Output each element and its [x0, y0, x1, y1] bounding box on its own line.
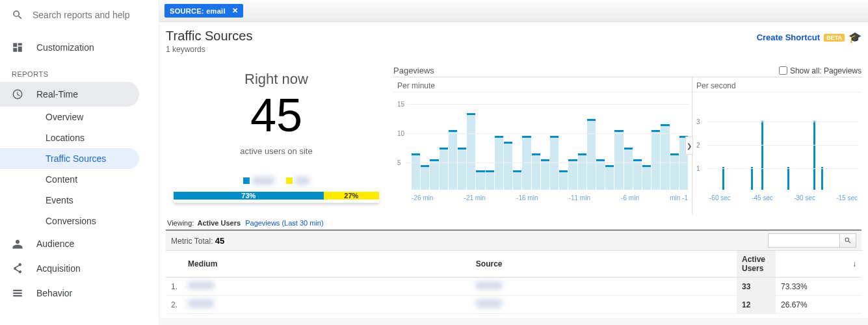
segment-blue: 73% [174, 192, 324, 200]
viewing-label: Viewing: [167, 219, 194, 227]
filter-chip[interactable]: SOURCE: email ✕ [164, 4, 243, 18]
list-icon [12, 287, 23, 299]
right-now-value: 45 [166, 92, 387, 138]
col-source[interactable]: Source [471, 251, 737, 278]
col-medium[interactable]: Medium [183, 251, 471, 278]
pageviews-block: Pageviews Show all: Pageviews Per minute… [387, 66, 861, 214]
search-icon [12, 9, 23, 21]
nav-label: Real-Time [36, 89, 78, 99]
sidebar: Customization REPORTS Real-Time Overview… [0, 0, 159, 325]
page-title: Traffic Sources [166, 29, 252, 44]
main: SOURCE: email ✕ Traffic Sources 1 keywor… [159, 0, 868, 325]
table-row[interactable]: 1.3373.33% [166, 278, 861, 296]
metric-total-value: 45 [215, 236, 224, 246]
per-second-label: Per second [692, 77, 861, 92]
nav-label: Audience [36, 239, 74, 249]
viewing-row: Viewing: Active Users Pageviews (Last 30… [166, 214, 861, 229]
share-icon [12, 263, 23, 274]
person-icon [12, 238, 23, 250]
viewing-link[interactable]: Pageviews (Last 30 min) [245, 219, 323, 227]
search-row [0, 0, 159, 30]
nav-label: Behavior [36, 288, 72, 298]
segment-bar: 73% 27% [174, 188, 379, 203]
nav-sub-locations[interactable]: Locations [0, 127, 139, 148]
nav-sub-traffic-sources[interactable]: Traffic Sources [0, 148, 139, 169]
nav-audience[interactable]: Audience [0, 231, 139, 256]
table-search-button[interactable] [839, 233, 856, 248]
filter-bar: SOURCE: email ✕ [159, 0, 868, 22]
search-input[interactable] [33, 10, 137, 20]
nav-sub-overview[interactable]: Overview [0, 107, 139, 127]
sort-icon[interactable]: ↓ [847, 251, 861, 278]
pageviews-title: Pageviews [393, 66, 434, 75]
shortcut-area: Create Shortcut BETA 🎓 [757, 31, 861, 44]
show-all-toggle[interactable]: Show all: Pageviews [779, 66, 861, 75]
nav-acquisition[interactable]: Acquisition [0, 256, 139, 281]
legend-swatch-yellow [286, 177, 293, 184]
chip-label: SOURCE: email [170, 7, 226, 15]
per-minute-chart: Per minute -26 min-21 min-16 min-11 min-… [393, 77, 692, 214]
per-second-chart: Per second -60 sec-45 sec-30 sec-15 sec … [692, 77, 861, 214]
search-icon [844, 237, 852, 244]
nav-label: Customization [36, 42, 94, 53]
nav-label: Acquisition [36, 263, 81, 274]
per-minute-label: Per minute [393, 77, 692, 92]
right-now-panel: Right now 45 active users on site 73% 27… [166, 66, 387, 214]
page-subtitle: 1 keywords [166, 45, 252, 54]
show-all-checkbox[interactable] [779, 66, 787, 75]
segment-yellow: 27% [324, 192, 379, 200]
legend-swatch-blue [243, 177, 250, 184]
dashboard-icon [12, 42, 23, 53]
nav-realtime[interactable]: Real-Time [0, 82, 139, 107]
education-icon[interactable]: 🎓 [848, 31, 861, 44]
right-now-sub: active users on site [166, 146, 387, 156]
show-all-label: Show all: Pageviews [790, 66, 861, 75]
col-active[interactable]: Active Users [737, 251, 776, 278]
nav-customization[interactable]: Customization [0, 35, 139, 60]
nav-sub-conversions[interactable]: Conversions [0, 211, 139, 231]
create-shortcut-link[interactable]: Create Shortcut [757, 32, 821, 42]
nav-sub-content[interactable]: Content [0, 169, 139, 190]
metric-total-label: Metric Total: [171, 237, 213, 246]
legend [166, 177, 387, 185]
nav-sub-events[interactable]: Events [0, 190, 139, 211]
reports-heading: REPORTS [0, 60, 159, 82]
table-search-input[interactable] [768, 233, 839, 248]
beta-badge: BETA [824, 34, 845, 42]
results-table: Metric Total: 45 Medium Source Active Us… [166, 229, 861, 314]
right-now-title: Right now [166, 71, 387, 88]
close-icon[interactable]: ✕ [232, 6, 238, 15]
viewing-active[interactable]: Active Users [197, 219, 241, 227]
table-row[interactable]: 2.1226.67% [166, 296, 861, 314]
nav-behavior[interactable]: Behavior [0, 281, 139, 306]
clock-icon [12, 88, 23, 100]
